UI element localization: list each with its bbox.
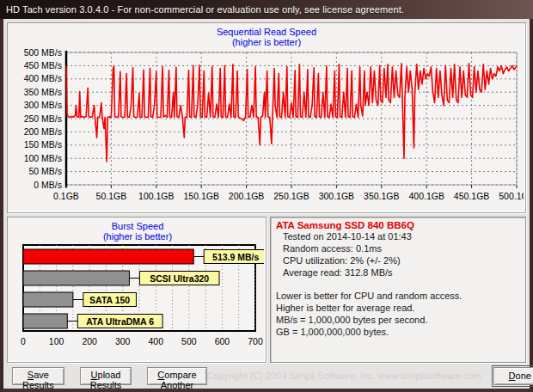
sequential-chart-title: Sequential Read Speed [9,27,524,37]
svg-text:450 MB/s: 450 MB/s [24,60,62,70]
info-note-line: Higher is better for average read. [276,302,520,314]
svg-text:350 MB/s: 350 MB/s [24,87,62,97]
svg-text:ATA UltraDMA 6: ATA UltraDMA 6 [86,316,154,327]
svg-text:100: 100 [49,336,64,346]
info-note-line: MB/s = 1,000,000 bytes per second. [276,314,520,326]
sequential-read-line-chart: 0 MB/s50 MB/s100 MB/s150 MB/s200 MB/s250… [9,47,524,205]
info-note-line: Lower is better for CPU and random acces… [276,290,520,302]
hdtach-window: HD Tach version 3.0.4.0 - For non-commer… [0,0,533,392]
svg-text:400.1GB: 400.1GB [408,191,444,201]
svg-text:50 MB/s: 50 MB/s [28,166,62,176]
svg-text:600: 600 [215,336,230,346]
save-results-button[interactable]: Save Results [12,367,64,385]
burst-speed-bar-chart: 513.9 MB/sSCSI Ultra320SATA 150ATA Ultra… [11,242,264,357]
svg-text:500 MB/s: 500 MB/s [24,47,62,58]
svg-text:200.1GB: 200.1GB [229,191,264,201]
sequential-read-panel: Sequential Read Speed (higher is better)… [7,22,526,213]
burst-chart-title: Burst Speed [11,221,264,231]
drive-info-panel: ATA Samsung SSD 840 BB6Q Tested on 2014-… [270,217,526,363]
drive-name: ATA Samsung SSD 840 BB6Q [276,220,520,230]
svg-text:SCSI Ultra320: SCSI Ultra320 [150,273,209,284]
upload-results-button[interactable]: Upload Results [80,367,132,385]
window-body: Sequential Read Speed (higher is better)… [3,19,530,389]
svg-text:400: 400 [149,336,164,346]
drive-detail-line: Random access: 0.1ms [276,242,520,254]
svg-text:150.1GB: 150.1GB [183,191,218,201]
drive-detail-line: CPU utilization: 2% (+/- 2%) [276,254,520,266]
svg-text:450.1GB: 450.1GB [454,191,489,201]
svg-text:SATA 150: SATA 150 [89,295,130,305]
svg-text:300.1GB: 300.1GB [319,191,354,201]
info-note-line: GB = 1,000,000,000 bytes. [276,326,520,338]
compare-another-drive-button[interactable]: Compare Another Drive [147,367,206,385]
svg-text:700: 700 [248,336,263,346]
svg-text:300 MB/s: 300 MB/s [24,100,62,110]
drive-detail-line: Tested on 2014-10-14 at 01:43 [276,230,520,242]
done-button[interactable]: Done [493,367,533,385]
svg-text:0.1GB: 0.1GB [53,191,79,201]
svg-text:0 MB/s: 0 MB/s [34,180,62,190]
svg-text:500.1GB: 500.1GB [499,191,524,201]
sequential-chart-subtitle: (higher is better) [9,37,524,47]
svg-text:300: 300 [115,336,131,346]
svg-text:513.9 MB/s: 513.9 MB/s [212,252,259,262]
svg-text:350.1GB: 350.1GB [364,191,399,201]
svg-text:100.1GB: 100.1GB [138,191,174,201]
svg-text:150 MB/s: 150 MB/s [24,139,62,150]
svg-text:50.1GB: 50.1GB [96,191,127,201]
copyright-watermark: Copyright (C) 2004 Simpli Software, Inc.… [207,371,481,381]
burst-speed-panel: Burst Speed (higher is better) 513.9 MB/… [7,217,266,363]
svg-text:200: 200 [82,336,97,346]
button-row: Save Results Upload Results Compare Anot… [7,363,526,389]
burst-chart-subtitle: (higher is better) [11,231,264,242]
svg-text:200 MB/s: 200 MB/s [24,126,62,137]
svg-text:100 MB/s: 100 MB/s [24,153,62,163]
svg-text:0: 0 [21,336,26,346]
drive-details: Tested on 2014-10-14 at 01:43Random acce… [276,230,520,279]
info-notes: Lower is better for CPU and random acces… [276,290,520,338]
bottom-row: Burst Speed (higher is better) 513.9 MB/… [7,217,526,363]
svg-text:400 MB/s: 400 MB/s [24,73,62,83]
svg-text:250 MB/s: 250 MB/s [24,113,62,124]
window-title: HD Tach version 3.0.4.0 - For non-commer… [6,4,404,15]
svg-text:250.1GB: 250.1GB [273,191,309,201]
titlebar: HD Tach version 3.0.4.0 - For non-commer… [0,0,533,19]
drive-detail-line: Average read: 312.8 MB/s [276,266,520,279]
svg-text:500: 500 [181,336,197,346]
